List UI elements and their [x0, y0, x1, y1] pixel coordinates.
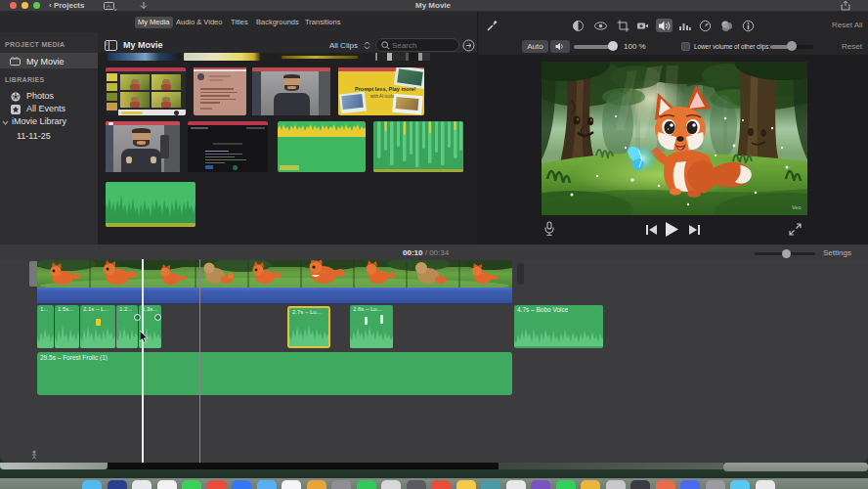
svg-text:Veo: Veo — [792, 204, 801, 210]
